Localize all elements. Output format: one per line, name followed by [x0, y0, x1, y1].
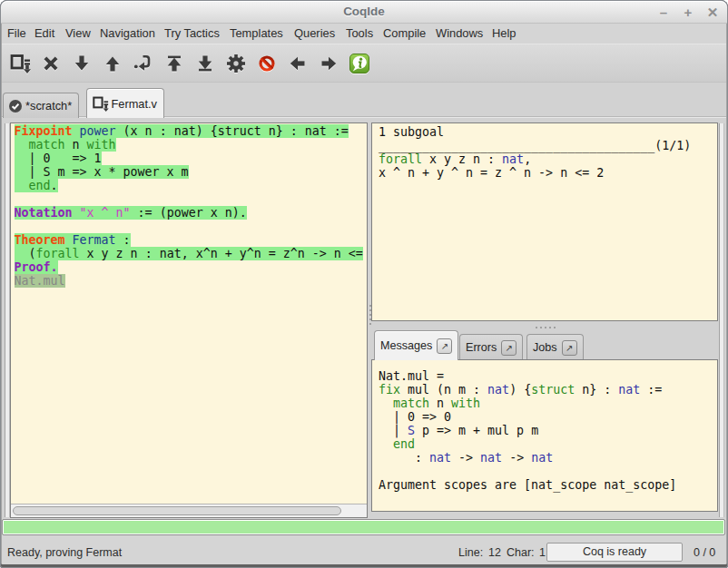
task-counter: 0 / 0 [694, 546, 715, 559]
code-line: | S m => x * power x m [15, 165, 368, 179]
code-line: Nat.mul [15, 274, 368, 288]
messages-pane[interactable]: Nat.mul =fix mul (n m : nat) {struct n} … [371, 359, 718, 512]
tab-fermat[interactable]: Fermat.v [86, 88, 164, 118]
goal-pane[interactable]: 1 subgoal_______________________________… [371, 122, 718, 321]
progress-bar [2, 519, 725, 535]
step-down-icon [72, 54, 92, 73]
menu-item-templates[interactable]: Templates [230, 24, 283, 44]
about-button[interactable] [344, 47, 375, 80]
tab-label: *scratch* [25, 99, 72, 113]
code-line: x ^ n + y ^ n = z ^ n -> n <= 2 [379, 166, 717, 180]
code-line: Theorem Fermat : [15, 233, 368, 247]
detach-messages-button[interactable]: ↗ [437, 338, 452, 354]
tab-messages[interactable]: Messages ↗ [374, 330, 458, 360]
detach-errors-button[interactable]: ↗ [501, 340, 516, 356]
previous-button[interactable] [282, 47, 313, 80]
menu-item-help[interactable]: Help [492, 24, 516, 44]
stop-icon [257, 54, 277, 73]
coq-status-indicator: Coq is ready [546, 543, 683, 562]
main-area: Fixpoint power (x n : nat) {struct n} : … [2, 118, 726, 518]
save-button[interactable] [5, 47, 35, 80]
code-line: | 0 => 0 [379, 410, 717, 424]
menu-item-file[interactable]: File [7, 24, 26, 44]
close-buffer-button[interactable] [35, 47, 66, 80]
info-bubble-icon [349, 53, 370, 74]
coqide-window: CoqIde – + ✕ FileEditViewNavigationTry T… [0, 0, 728, 568]
next-button[interactable] [313, 47, 344, 80]
arrow-right-icon [319, 54, 339, 73]
char-value: 1 [539, 546, 546, 559]
tab-jobs[interactable]: Jobs ↗ [526, 334, 584, 360]
forward-step-button[interactable] [66, 47, 97, 80]
gear-icon [225, 53, 247, 74]
code-line: Proof. [15, 260, 368, 274]
status-bar: Ready, proving Fermat Line: 12 Char: 1 C… [2, 536, 726, 564]
code-line: fix mul (n m : nat) {struct n} : nat := [379, 383, 717, 397]
tab-scratch[interactable]: *scratch* [3, 93, 79, 118]
status-message: Ready, proving Fermat [7, 546, 122, 559]
tab-errors[interactable]: Errors ↗ [459, 334, 523, 360]
char-label: Char: [507, 546, 535, 559]
menu-item-view[interactable]: View [65, 24, 91, 44]
menu-item-windows[interactable]: Windows [436, 24, 483, 44]
horizontal-splitter[interactable] [536, 327, 556, 328]
save-page-icon [92, 95, 109, 113]
script-hscrollbar[interactable] [11, 504, 367, 517]
minimize-button[interactable]: – [656, 5, 671, 20]
toolbar [2, 44, 726, 83]
tab-label: Fermat.v [112, 97, 157, 111]
go-to-end-icon [195, 54, 215, 73]
menu-item-edit[interactable]: Edit [34, 24, 54, 44]
code-line [15, 220, 368, 233]
code-line [379, 465, 717, 478]
goto-cursor-icon [133, 54, 153, 73]
line-value: 12 [488, 546, 501, 559]
code-line: Argument scopes are [nat_scope nat_scope… [379, 478, 717, 492]
code-line: end. [15, 179, 368, 192]
tab-label: Jobs [533, 341, 557, 354]
script-pane[interactable]: Fixpoint power (x n : nat) {struct n} : … [10, 122, 368, 518]
fully-check-button[interactable] [221, 47, 251, 80]
code-line: Nat.mul = [379, 369, 717, 383]
interrupt-button[interactable] [251, 47, 282, 80]
code-line: forall x y z n : nat, [379, 152, 717, 166]
code-line: | 0 => 1 [15, 152, 368, 165]
code-line: 1 subgoal [379, 125, 717, 139]
menu-item-queries[interactable]: Queries [294, 24, 335, 44]
code-line: Notation "x ^ n" := (power x n). [15, 206, 368, 220]
go-to-cursor-button[interactable] [128, 47, 159, 80]
tab-label: Messages [380, 339, 432, 352]
code-line: Fixpoint power (x n : nat) {struct n} : … [15, 124, 368, 138]
code-line: match n with [379, 397, 717, 410]
window-title: CoqIde [1, 5, 727, 18]
right-vscrollbar[interactable] [719, 123, 724, 517]
script-hscrollbar-thumb[interactable] [13, 506, 341, 515]
close-x-icon [41, 54, 61, 73]
check-circle-icon [8, 99, 23, 113]
code-line: (forall x y z n : nat, x^n + y^n = z^n -… [15, 247, 368, 260]
menu-item-navigation[interactable]: Navigation [100, 24, 155, 44]
go-to-start-icon [164, 54, 184, 73]
backward-step-button[interactable] [97, 47, 128, 80]
menu-bar: FileEditViewNavigationTry TacticsTemplat… [2, 24, 726, 44]
tab-row: *scratch* Fermat.v [2, 83, 726, 118]
title-bar[interactable]: CoqIde – + ✕ [1, 1, 727, 24]
step-up-icon [103, 54, 123, 73]
code-line: match n with [15, 138, 368, 152]
menu-item-tools[interactable]: Tools [346, 24, 373, 44]
maximize-button[interactable]: + [681, 5, 695, 20]
close-button[interactable]: ✕ [705, 5, 720, 20]
restart-button[interactable] [159, 47, 190, 80]
menu-item-compile[interactable]: Compile [383, 24, 426, 44]
line-label: Line: [458, 546, 483, 559]
code-line: end [379, 437, 717, 451]
menu-item-try-tactics[interactable]: Try Tactics [164, 24, 220, 44]
tab-label: Errors [466, 341, 497, 354]
code-line: : nat -> nat -> nat [379, 451, 717, 465]
detach-jobs-button[interactable]: ↗ [562, 340, 577, 356]
code-line: | S p => m + mul p m [379, 424, 717, 437]
code-line [15, 192, 368, 206]
arrow-left-icon [288, 54, 308, 73]
go-to-end-button[interactable] [190, 47, 221, 80]
code-line: ______________________________________(1… [379, 139, 717, 152]
